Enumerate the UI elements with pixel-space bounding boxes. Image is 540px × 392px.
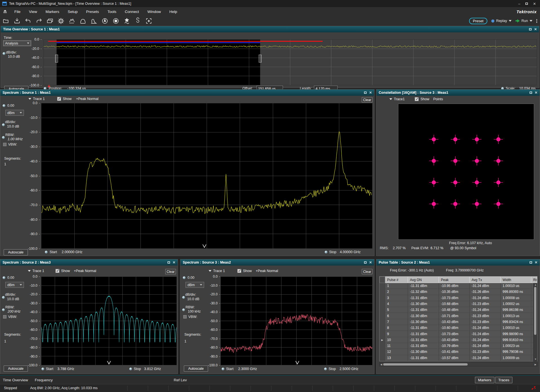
- start-knob-icon[interactable]: [45, 251, 48, 253]
- table-row[interactable]: 8-11.31 dBm-10.60 dBm-31.24 dBm1.00010 u…: [380, 325, 537, 331]
- constellation-plot[interactable]: [398, 104, 534, 240]
- column-header-width[interactable]: Width: [501, 277, 531, 283]
- show-checkbox[interactable]: [57, 97, 61, 101]
- menu-setup[interactable]: Setup: [64, 10, 82, 14]
- show-checkbox[interactable]: [237, 269, 241, 273]
- column-header-avg-on[interactable]: Avg ON: [408, 277, 439, 283]
- clear-button[interactable]: Clear: [362, 269, 372, 274]
- vbw-checkbox[interactable]: [183, 315, 187, 318]
- stop-knob-icon[interactable]: [324, 368, 327, 370]
- autoscale-button[interactable]: Autoscale: [4, 366, 28, 372]
- traces-button[interactable]: Traces: [495, 377, 512, 383]
- time-overview-header[interactable]: Time Overview : Source 1 : Meas1 ✕: [1, 26, 539, 32]
- stop-knob-icon[interactable]: [129, 368, 132, 370]
- vertical-scroll-thumb[interactable]: [534, 287, 536, 335]
- save-icon[interactable]: [13, 17, 21, 24]
- restore-icon[interactable]: [168, 261, 170, 264]
- close-icon[interactable]: ✕: [369, 91, 372, 94]
- stop-knob-icon[interactable]: [325, 251, 327, 253]
- eject-icon[interactable]: [0, 10, 10, 14]
- markers-button[interactable]: Markers: [475, 377, 494, 383]
- trace-label[interactable]: Trace 1: [32, 269, 44, 273]
- s-link-icon[interactable]: [134, 17, 141, 24]
- rbw-knob-icon[interactable]: [2, 136, 5, 139]
- menu-file[interactable]: File: [10, 10, 25, 14]
- spectrum1-plot[interactable]: [41, 103, 372, 249]
- table-row[interactable]: 4-11.30 dBm-10.68 dBm-31.23 dBm1.00002 u…: [380, 301, 537, 307]
- close-icon[interactable]: ✕: [534, 28, 537, 31]
- table-row[interactable]: 12-11.30 dBm-10.41 dBm-31.23 dBm999.7903…: [380, 349, 537, 355]
- menu-tools[interactable]: Tools: [103, 10, 121, 14]
- dbdiv-knob-icon[interactable]: [2, 296, 5, 299]
- marker-arrow-icon[interactable]: [202, 244, 207, 248]
- constellation-header[interactable]: Constellation [16QAM] : Source 3 : Meas1…: [376, 90, 540, 96]
- show-checkbox[interactable]: [415, 97, 419, 101]
- column-header-avg-tx[interactable]: Avg Tx: [470, 277, 501, 283]
- vbw-checkbox[interactable]: [3, 143, 6, 146]
- rbw-knob-icon[interactable]: [2, 308, 5, 311]
- table-row[interactable]: 1-11.31 dBm-10.95 dBm-31.24 dBm1.00010 u…: [380, 283, 537, 289]
- menu-connect[interactable]: Connect: [121, 10, 143, 14]
- ref-level-value[interactable]: 0.00: [7, 104, 14, 108]
- horizontal-scroll-thumb[interactable]: [383, 363, 468, 366]
- start-knob-icon[interactable]: [222, 368, 224, 370]
- replay-dropdown-icon[interactable]: [509, 20, 512, 22]
- table-row[interactable]: 6-11.30 dBm-10.71 dBm-31.23 dBm1.00013 u…: [380, 313, 537, 319]
- pulse-table-header[interactable]: Pulse Table : Source 2 : Meas1 ✕: [376, 259, 540, 266]
- ref-level-value[interactable]: 0.00: [7, 276, 14, 280]
- horizontal-scrollbar[interactable]: ◀ ▶: [379, 362, 537, 366]
- column-header-pulse-[interactable]: Pulse #: [385, 277, 408, 283]
- menu-window[interactable]: Window: [143, 10, 165, 14]
- rbw-knob-icon[interactable]: [182, 308, 185, 311]
- marker-arrow-icon[interactable]: [295, 361, 300, 364]
- trace-label[interactable]: Trace 1: [213, 269, 225, 273]
- restore-icon[interactable]: [529, 28, 532, 30]
- ref-level-value[interactable]: 0.00: [188, 276, 194, 280]
- close-icon[interactable]: ✕: [535, 261, 537, 264]
- peak-trace-icon[interactable]: [79, 17, 86, 24]
- run-button[interactable]: Run: [516, 19, 532, 23]
- start-value[interactable]: 3.788 GHz: [57, 367, 74, 371]
- spectrum-icon[interactable]: [68, 17, 75, 24]
- column-header-ris[interactable]: Ris: [531, 277, 537, 283]
- restore-icon[interactable]: [364, 92, 367, 94]
- trace-dropdown-icon[interactable]: [209, 270, 211, 272]
- autoscale-button[interactable]: Autoscale: [4, 249, 28, 255]
- trace-label[interactable]: Trace 1: [33, 97, 45, 101]
- start-value[interactable]: 2.00000 GHz: [62, 250, 82, 254]
- time-overview-plot[interactable]: [43, 39, 537, 85]
- preset-button[interactable]: Preset: [469, 18, 488, 24]
- spectrum2-plot[interactable]: [41, 277, 177, 365]
- show-checkbox[interactable]: [55, 269, 59, 273]
- dbdiv-knob-icon[interactable]: [3, 52, 5, 55]
- marker-arrow-icon[interactable]: [107, 361, 111, 364]
- stop-value[interactable]: 4.00000 GHz: [340, 250, 361, 254]
- table-row[interactable]: 2-11.32 dBm-10.35 dBm-31.26 dBm999.89393…: [380, 289, 537, 295]
- trace-dropdown-icon[interactable]: [389, 98, 392, 100]
- clear-button[interactable]: Clear: [165, 269, 176, 274]
- spectrum2-header[interactable]: Spectrum : Source 2 : Meas3 ✕: [0, 259, 178, 266]
- spectrum1-header[interactable]: Spectrum : Source 1 : Meas1 ✕: [0, 90, 374, 96]
- center-target-icon[interactable]: [145, 17, 152, 24]
- stop-value[interactable]: 2.5000 GHz: [340, 367, 358, 371]
- close-icon[interactable]: ✕: [533, 2, 536, 6]
- overflow-menu-icon[interactable]: [536, 19, 537, 23]
- trace-dropdown-icon[interactable]: [28, 270, 31, 272]
- trace-label[interactable]: Trace1: [394, 97, 405, 101]
- table-row[interactable]: 5-11.31 dBm-10.48 dBm-31.24 dBm999.86198…: [380, 307, 537, 313]
- display-icon[interactable]: [46, 17, 53, 24]
- restore-icon[interactable]: [530, 92, 532, 94]
- minimize-icon[interactable]: –: [518, 2, 520, 6]
- table-row[interactable]: ▸10-11.31 dBm-10.43 dBm-31.24 dBm999.916…: [380, 337, 537, 343]
- disconnected-plug-icon[interactable]: [531, 386, 536, 391]
- ref-level-knob-icon[interactable]: [183, 276, 186, 279]
- open-folder-icon[interactable]: [2, 17, 10, 24]
- dbdiv-knob-icon[interactable]: [182, 296, 185, 299]
- ref-level-knob-icon[interactable]: [3, 276, 5, 279]
- settings-gear-icon[interactable]: [57, 17, 64, 24]
- column-header-peak[interactable]: Peak: [439, 277, 470, 283]
- table-row[interactable]: 11-11.31 dBm-10.79 dBm-31.24 dBm1.00023 …: [380, 343, 537, 349]
- table-row[interactable]: 9-11.31 dBm-10.73 dBm-31.24 dBm999.98090…: [380, 331, 537, 337]
- close-icon[interactable]: ✕: [369, 261, 372, 264]
- favorites-wave-icon[interactable]: [123, 17, 130, 24]
